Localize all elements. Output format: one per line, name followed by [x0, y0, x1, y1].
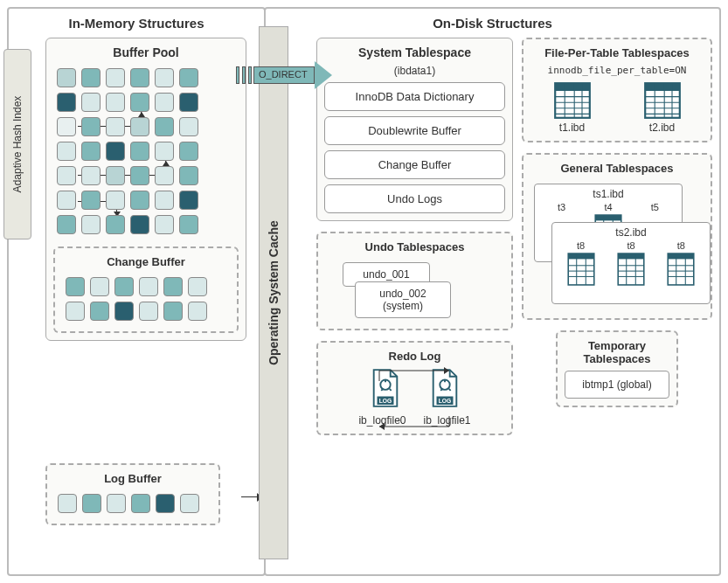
file-per-table-tablespaces: File-Per-Table Tablespaces innodb_file_p… [522, 38, 712, 142]
buffer-pool-grid [53, 65, 239, 238]
buffer-cell [57, 215, 76, 234]
log-buffer-grid [54, 490, 211, 517]
in-memory-title: In-Memory Structures [16, 16, 257, 31]
buffer-cell [130, 93, 149, 112]
in-memory-structures: In-Memory Structures Adaptive Hash Index… [7, 7, 266, 576]
buffer-pool-title: Buffer Pool [53, 45, 239, 59]
buffer-cell [188, 277, 207, 296]
temporary-tablespaces-title: Temporary Tablespaces [565, 339, 669, 365]
col-label: t4 [604, 202, 612, 212]
col-label: t8 [577, 240, 585, 251]
buffer-cell [155, 142, 174, 161]
buffer-cell [130, 117, 149, 136]
buffer-cell [139, 302, 158, 321]
diagram-root: In-Memory Structures Adaptive Hash Index… [0, 0, 728, 583]
buffer-cell [81, 191, 101, 210]
buffer-cell [81, 93, 101, 112]
buffer-cell [106, 215, 125, 234]
buffer-cell [106, 68, 125, 87]
buffer-cell [188, 302, 207, 321]
undo-tablespaces-title: Undo Tablespaces [325, 240, 504, 253]
buffer-cell [66, 277, 85, 296]
buffer-cell [179, 117, 198, 136]
buffer-pool: Buffer Pool Change Buffer [45, 38, 246, 341]
adaptive-hash-index: Adaptive Hash Index [3, 49, 31, 239]
col-label: t3 [558, 202, 565, 212]
buffer-cell [57, 93, 76, 112]
table-file-icon [566, 253, 596, 286]
buffer-cell [106, 142, 125, 161]
buffer-cell [81, 142, 101, 161]
tablespace-file: t1.ibd [553, 81, 592, 134]
buffer-cell [155, 68, 174, 87]
buffer-cell [81, 117, 101, 136]
change-buffer: Change Buffer [53, 246, 239, 333]
buffer-cell [155, 166, 174, 185]
buffer-cell [163, 277, 183, 296]
tablespace-file: t2.ibd [643, 81, 682, 134]
general-tablespaces: General Tablespaces ts1.ibd t3t4t5 ts2.i… [522, 153, 712, 320]
buffer-cell [107, 494, 126, 513]
col-label: t8 [627, 240, 634, 251]
buffer-cell [130, 68, 149, 87]
buffer-cell [114, 277, 134, 296]
buffer-cell [114, 302, 134, 321]
col-label: t5 [651, 202, 659, 212]
t2-label: t2.ibd [649, 121, 675, 134]
adaptive-hash-index-label: Adaptive Hash Index [11, 96, 24, 193]
arrow-bars-icon [236, 66, 252, 84]
redo-log-title: Redo Log [325, 350, 504, 363]
buffer-cell [82, 494, 101, 513]
ibtmp-file: ibtmp1 (global) [565, 371, 669, 399]
buffer-cell [106, 93, 125, 112]
os-cache: Operating System Cache [259, 26, 288, 559]
buffer-cell [106, 117, 125, 136]
ts1-label: ts1.ibd [538, 188, 678, 200]
buffer-cell [180, 494, 199, 513]
doublewrite-buffer: Doublewrite Buffer [324, 116, 505, 145]
svg-rect-7 [555, 83, 590, 91]
buffer-cell [155, 215, 174, 234]
buffer-cell [130, 215, 149, 234]
undo-tablespaces: Undo Tablespaces undo_001 undo_002 (syst… [316, 232, 513, 330]
os-cache-label: Operating System Cache [267, 220, 281, 365]
general-ts2: ts2.ibd t8t8t8 [551, 222, 711, 304]
svg-rect-46 [669, 253, 695, 259]
ts2-label: ts2.ibd [556, 226, 706, 239]
buffer-cell [156, 494, 175, 513]
svg-rect-16 [645, 83, 680, 91]
on-disk-structures: On-Disk Structures System Tablespace (ib… [264, 7, 721, 576]
buffer-cell [81, 68, 101, 87]
temporary-tablespaces: Temporary Tablespaces ibtmp1 (global) [556, 330, 678, 407]
buffer-cell [57, 117, 76, 136]
log-buffer: Log Buffer [45, 463, 220, 525]
o-direct-label: O_DIRECT [259, 69, 308, 80]
table-file-icon [666, 253, 696, 286]
system-tablespace-title: System Tablespace [324, 45, 505, 59]
o-direct-arrow: O_DIRECT [227, 61, 332, 89]
buffer-cell [81, 215, 101, 234]
buffer-cell [106, 191, 125, 210]
arrow-head-icon [315, 61, 332, 89]
buffer-cell [57, 191, 76, 210]
buffer-cell [58, 494, 77, 513]
svg-rect-32 [568, 253, 594, 259]
table-file-icon [616, 253, 646, 286]
undo-file-2: undo_002 (system) [355, 281, 451, 318]
svg-rect-25 [595, 215, 621, 220]
table-file-icon [643, 81, 682, 120]
buffer-cell [90, 277, 109, 296]
buffer-cell [155, 191, 174, 210]
buffer-cell [139, 277, 158, 296]
buffer-cell [179, 142, 198, 161]
buffer-cell [90, 302, 109, 321]
svg-rect-39 [618, 253, 644, 259]
buffer-cell [131, 494, 150, 513]
buffer-cell [163, 302, 183, 321]
buffer-cell [179, 215, 198, 234]
undo-logs: Undo Logs [324, 184, 505, 213]
buffer-cell [81, 166, 101, 185]
col-label: t8 [677, 240, 685, 251]
table-file-icon [553, 81, 592, 120]
change-buffer-title: Change Buffer [62, 255, 230, 268]
